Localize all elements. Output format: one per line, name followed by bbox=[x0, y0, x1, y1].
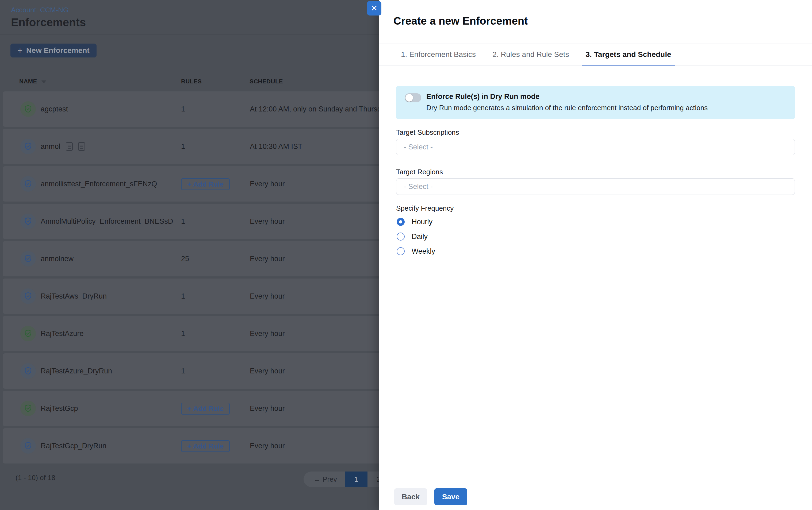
sort-desc-icon bbox=[41, 81, 46, 83]
back-button[interactable]: Back bbox=[394, 488, 427, 505]
add-rule-button[interactable]: + Add Rule bbox=[181, 178, 230, 190]
shield-check-icon bbox=[20, 101, 36, 117]
rules-count: 25 bbox=[181, 241, 189, 276]
radio-unselected-icon bbox=[397, 247, 405, 255]
new-enforcement-button[interactable]: + New Enforcement bbox=[10, 43, 96, 57]
table-row[interactable]: RajTestGcp_DryRun+ Add RuleEvery hour bbox=[3, 428, 399, 463]
enforcement-name: RajTestGcp_DryRun bbox=[41, 428, 107, 463]
schedule-text: At 12:00 AM, only on Sunday and Thursday bbox=[250, 91, 394, 127]
column-header-name[interactable]: NAME bbox=[19, 78, 46, 85]
shield-check-icon bbox=[20, 176, 36, 192]
table-row[interactable]: anmol1At 10:30 AM IST bbox=[3, 129, 399, 164]
frequency-radio-group: HourlyDailyWeekly bbox=[397, 218, 435, 255]
shield-check-icon bbox=[20, 401, 36, 416]
enforcements-table-body: agcptest1At 12:00 AM, only on Sunday and… bbox=[3, 91, 399, 466]
enforcement-name: anmollisttest_Enforcement_sFENzQ bbox=[41, 166, 157, 202]
enforcement-name: RajTestGcp bbox=[41, 391, 78, 426]
dry-run-toggle[interactable] bbox=[405, 93, 421, 102]
radio-unselected-icon bbox=[397, 233, 405, 241]
table-row[interactable]: RajTestAws_DryRun1Every hour bbox=[3, 278, 399, 314]
specify-frequency-label: Specify Frequency bbox=[396, 204, 454, 212]
pagination-controls: ← Prev 1 2 bbox=[303, 472, 392, 487]
table-header-row: NAME RULES SCHEDULE bbox=[0, 78, 379, 87]
save-button[interactable]: Save bbox=[434, 488, 467, 505]
table-row[interactable]: RajTestAzure1Every hour bbox=[3, 316, 399, 351]
schedule-text: Every hour bbox=[250, 316, 290, 351]
shield-check-icon bbox=[20, 363, 36, 379]
panel-title: Create a new Enforcement bbox=[394, 15, 528, 27]
pagination-summary: (1 - 10) of 18 bbox=[16, 474, 55, 482]
header-divider bbox=[0, 34, 379, 34]
plus-icon: + bbox=[18, 46, 23, 55]
account-breadcrumb-link[interactable]: Account: CCM-NG bbox=[11, 6, 68, 14]
enforcement-name: anmol bbox=[41, 129, 85, 164]
screen: Account: CCM-NG Enforcements + New Enfor… bbox=[0, 0, 812, 510]
wizard-tab-1[interactable]: 1. Enforcement Basics bbox=[397, 48, 480, 66]
enforcement-name: RajTestAzure bbox=[41, 316, 84, 351]
enforcement-name: RajTestAzure_DryRun bbox=[41, 353, 112, 389]
add-rule-button[interactable]: + Add Rule bbox=[181, 403, 230, 415]
document-icon[interactable] bbox=[78, 142, 85, 151]
schedule-text: Every hour bbox=[250, 241, 290, 276]
enforcement-name: anmolnew bbox=[41, 241, 74, 276]
shield-check-icon bbox=[20, 438, 36, 454]
wizard-tab-2[interactable]: 2. Rules and Rule Sets bbox=[489, 48, 573, 66]
table-row[interactable]: anmolnew25Every hour bbox=[3, 241, 399, 276]
dry-run-banner: Enforce Rule(s) in Dry Run mode Dry Run … bbox=[396, 86, 795, 119]
table-row[interactable]: RajTestGcp+ Add RuleEvery hour bbox=[3, 391, 399, 426]
schedule-text: Every hour bbox=[250, 204, 290, 239]
create-enforcement-panel: Create a new Enforcement 1. Enforcement … bbox=[379, 0, 812, 510]
schedule-text: Every hour bbox=[250, 391, 290, 426]
dry-run-description: Dry Run mode generates a simulation of t… bbox=[426, 104, 708, 112]
target-regions-select[interactable] bbox=[396, 178, 795, 195]
page-title: Enforcements bbox=[11, 16, 86, 29]
wizard-tabs: 1. Enforcement Basics2. Rules and Rule S… bbox=[397, 48, 675, 66]
frequency-option-label: Weekly bbox=[412, 247, 435, 256]
rules-count: 1 bbox=[181, 129, 185, 164]
radio-selected-icon bbox=[397, 218, 405, 226]
schedule-text: Every hour bbox=[250, 353, 290, 389]
schedule-text: Every hour bbox=[250, 428, 290, 463]
enforcement-name: agcptest bbox=[41, 91, 68, 127]
rules-count: 1 bbox=[181, 278, 185, 314]
table-row[interactable]: AnmolMultiPolicy_Enforcement_BNESsD1Ever… bbox=[3, 204, 399, 239]
target-subscriptions-label: Target Subscriptions bbox=[396, 128, 459, 137]
column-header-rules: RULES bbox=[181, 78, 202, 85]
table-row[interactable]: anmollisttest_Enforcement_sFENzQ+ Add Ru… bbox=[3, 166, 399, 202]
shield-check-icon bbox=[20, 214, 36, 229]
frequency-option-label: Daily bbox=[412, 233, 428, 241]
wizard-tab-3[interactable]: 3. Targets and Schedule bbox=[582, 48, 675, 66]
frequency-option-label: Hourly bbox=[412, 218, 433, 226]
shield-check-icon bbox=[20, 289, 36, 304]
rules-count: 1 bbox=[181, 204, 185, 239]
document-icon[interactable] bbox=[66, 142, 73, 151]
pagination-page-1[interactable]: 1 bbox=[345, 472, 368, 487]
tabs-bottom-border bbox=[379, 65, 812, 65]
target-regions-label: Target Regions bbox=[396, 168, 443, 176]
target-subscriptions-select[interactable] bbox=[396, 139, 795, 155]
table-row[interactable]: RajTestAzure_DryRun1Every hour bbox=[3, 353, 399, 389]
column-header-schedule: SCHEDULE bbox=[250, 78, 283, 85]
table-row[interactable]: agcptest1At 12:00 AM, only on Sunday and… bbox=[3, 91, 399, 127]
enforcement-name: RajTestAws_DryRun bbox=[41, 278, 107, 314]
frequency-option-hourly[interactable]: Hourly bbox=[397, 218, 435, 226]
shield-check-icon bbox=[20, 326, 36, 341]
frequency-option-weekly[interactable]: Weekly bbox=[397, 247, 435, 255]
rules-count: 1 bbox=[181, 316, 185, 351]
toggle-knob-icon bbox=[405, 94, 413, 101]
shield-check-icon bbox=[20, 251, 36, 267]
close-panel-button[interactable]: ✕ bbox=[367, 1, 381, 16]
rules-count: 1 bbox=[181, 353, 185, 389]
schedule-text: At 10:30 AM IST bbox=[250, 129, 308, 164]
add-rule-button[interactable]: + Add Rule bbox=[181, 440, 230, 452]
pagination-prev-button[interactable]: ← Prev bbox=[303, 472, 345, 487]
frequency-option-daily[interactable]: Daily bbox=[397, 233, 435, 241]
panel-title-divider bbox=[379, 43, 812, 44]
schedule-text: Every hour bbox=[250, 278, 290, 314]
dry-run-title: Enforce Rule(s) in Dry Run mode bbox=[426, 92, 540, 101]
shield-check-icon bbox=[20, 139, 36, 154]
new-enforcement-button-label: New Enforcement bbox=[26, 46, 90, 55]
enforcement-name: AnmolMultiPolicy_Enforcement_BNESsD bbox=[41, 204, 173, 239]
schedule-text: Every hour bbox=[250, 166, 290, 202]
rules-count: 1 bbox=[181, 91, 185, 127]
